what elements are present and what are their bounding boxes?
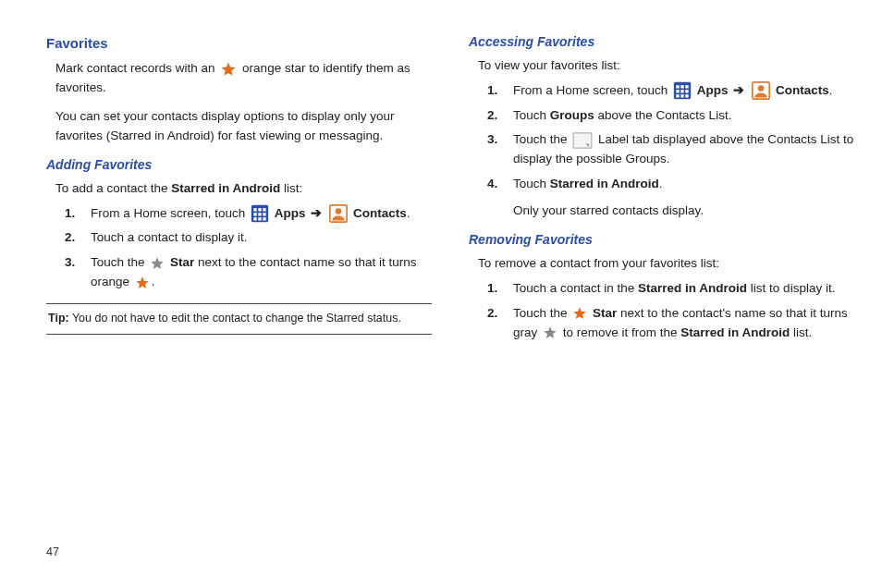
heading-accessing-favorites: Accessing Favorites bbox=[469, 32, 854, 53]
list-item: Touch the Label tab displayed above the … bbox=[502, 130, 854, 169]
manual-page: Favorites Mark contact records with an o… bbox=[0, 0, 882, 358]
tip-text: You do not have to edit the contact to c… bbox=[69, 312, 401, 325]
text: Touch bbox=[513, 177, 550, 190]
svg-marker-29 bbox=[544, 326, 556, 338]
star-gray-icon bbox=[150, 256, 165, 271]
label-tab-icon bbox=[572, 132, 593, 149]
contacts-icon bbox=[752, 81, 770, 100]
heading-removing-favorites: Removing Favorites bbox=[469, 230, 854, 251]
list-item: From a Home screen, touch Apps ➔ Contact… bbox=[502, 81, 854, 101]
removing-intro: To remove a contact from your favorites … bbox=[478, 254, 854, 274]
svg-rect-23 bbox=[680, 94, 683, 97]
svg-rect-20 bbox=[680, 90, 683, 92]
text: Touch the bbox=[91, 255, 148, 269]
page-number: 47 bbox=[46, 545, 59, 558]
arrow-icon: ➔ bbox=[311, 206, 322, 220]
text: above the Contacts List. bbox=[594, 108, 732, 122]
svg-rect-10 bbox=[263, 217, 265, 220]
svg-marker-28 bbox=[574, 307, 586, 319]
accessing-steps: From a Home screen, touch Apps ➔ Contact… bbox=[478, 81, 854, 222]
tip-label: Tip: bbox=[48, 312, 69, 325]
left-column: Favorites Mark contact records with an o… bbox=[46, 32, 432, 349]
right-column: Accessing Favorites To view your favorit… bbox=[469, 32, 854, 349]
star-gray-icon bbox=[543, 325, 557, 340]
svg-rect-2 bbox=[253, 208, 256, 211]
svg-rect-19 bbox=[676, 90, 679, 92]
svg-marker-0 bbox=[222, 62, 236, 75]
svg-rect-9 bbox=[258, 217, 261, 220]
starred-label: Starred in Android bbox=[638, 281, 747, 295]
text: Mark contact records with an bbox=[55, 61, 215, 75]
text: list: bbox=[280, 181, 302, 195]
adding-steps: From a Home screen, touch Apps ➔ Contact… bbox=[55, 204, 432, 293]
svg-rect-18 bbox=[685, 85, 688, 88]
apps-label: Apps bbox=[697, 83, 729, 97]
apps-icon bbox=[251, 204, 269, 223]
apps-label: Apps bbox=[275, 206, 306, 220]
svg-rect-3 bbox=[258, 208, 261, 211]
list-item: Touch the Star next to the contact name … bbox=[80, 253, 432, 292]
text: list. bbox=[790, 325, 812, 339]
svg-point-26 bbox=[758, 85, 765, 92]
text: To add a contact the bbox=[55, 181, 171, 195]
removing-steps: Touch a contact in the Starred in Androi… bbox=[478, 279, 854, 343]
tip-box: Tip: You do not have to edit the contact… bbox=[46, 303, 432, 334]
svg-rect-16 bbox=[676, 85, 679, 88]
accessing-intro: To view your favorites list: bbox=[478, 56, 854, 76]
arrow-icon: ➔ bbox=[733, 83, 744, 97]
svg-rect-4 bbox=[263, 208, 265, 211]
text: Touch a contact in the bbox=[513, 281, 638, 295]
starred-label: Starred in Android bbox=[550, 177, 659, 190]
contacts-label: Contacts bbox=[776, 83, 829, 97]
svg-rect-6 bbox=[258, 213, 261, 215]
text-bold: Starred in Android bbox=[171, 181, 280, 195]
star-label: Star bbox=[593, 306, 617, 320]
text: Touch bbox=[513, 108, 550, 122]
contacts-icon bbox=[329, 204, 348, 223]
text: Touch the bbox=[513, 132, 570, 146]
svg-rect-8 bbox=[253, 217, 256, 220]
svg-marker-13 bbox=[152, 257, 164, 269]
starred-label: Starred in Android bbox=[680, 325, 790, 339]
text: From a Home screen, touch bbox=[91, 206, 249, 220]
heading-favorites: Favorites bbox=[46, 32, 432, 54]
svg-rect-24 bbox=[685, 94, 688, 97]
apps-icon bbox=[673, 81, 692, 100]
svg-marker-14 bbox=[136, 276, 148, 288]
star-orange-icon bbox=[220, 61, 237, 78]
svg-rect-21 bbox=[685, 90, 688, 92]
text: to remove it from the bbox=[563, 325, 681, 339]
text: list to display it. bbox=[747, 281, 835, 295]
contacts-label: Contacts bbox=[353, 206, 407, 220]
heading-adding-favorites: Adding Favorites bbox=[46, 155, 432, 176]
text: Touch the bbox=[513, 306, 570, 320]
svg-point-12 bbox=[336, 208, 342, 214]
star-label: Star bbox=[170, 255, 194, 269]
list-item: From a Home screen, touch Apps ➔ Contact… bbox=[80, 204, 432, 224]
svg-rect-22 bbox=[676, 94, 679, 97]
step-note: Only your starred contacts display. bbox=[513, 202, 854, 221]
svg-rect-5 bbox=[253, 213, 256, 215]
text: From a Home screen, touch bbox=[513, 83, 671, 97]
list-item: Touch a contact to display it. bbox=[80, 228, 432, 248]
groups-label: Groups bbox=[550, 108, 594, 122]
intro-paragraph-1: Mark contact records with an orange star… bbox=[55, 59, 432, 98]
list-item: Touch a contact in the Starred in Androi… bbox=[502, 279, 854, 299]
list-item: Touch Starred in Android. Only your star… bbox=[502, 175, 854, 221]
star-orange-icon bbox=[572, 306, 587, 321]
intro-paragraph-2: You can set your contacts display option… bbox=[55, 107, 432, 146]
star-orange-icon bbox=[135, 276, 150, 290]
list-item: Touch the Star next to the contact's nam… bbox=[502, 304, 854, 343]
svg-rect-17 bbox=[680, 85, 683, 88]
list-item: Touch Groups above the Contacts List. bbox=[502, 106, 854, 126]
adding-intro: To add a contact the Starred in Android … bbox=[55, 179, 432, 199]
svg-rect-7 bbox=[263, 213, 265, 215]
